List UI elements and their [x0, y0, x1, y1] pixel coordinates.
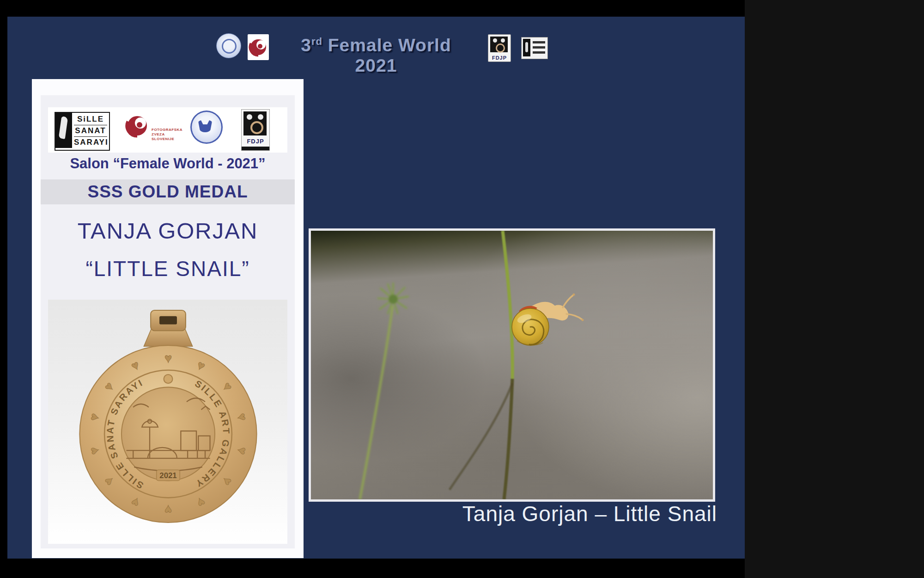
work-title: “LITTLE SNAIL”: [32, 256, 304, 281]
fotografska-zveza-logo: FOTOGRAFSKA ZVEZA SLOVENIJE: [124, 112, 177, 150]
sille-sanat-sarayi-logo: SiLLE SANAT SARAYI: [55, 112, 110, 151]
snail-figure: [512, 294, 584, 346]
photo-frame: [309, 228, 715, 502]
snail-photo: [311, 231, 713, 499]
header-fdjp-logo: FDJP: [488, 34, 511, 62]
meeting-window: 3rd Female World 2021 FDJP SiLLE SANAT S…: [0, 0, 924, 578]
fdjp-label: FDJP: [242, 138, 269, 145]
header-red-emblem-icon: [248, 34, 269, 60]
medal-year: 2021: [159, 471, 176, 480]
sille-line: SiLLE: [74, 114, 107, 125]
gold-medal: ♥♥♥♥♥♥♥♥♥♥♥♥♥♥ SILLE SANAT SARAYI SILLE …: [76, 305, 261, 536]
camera-icon: [243, 111, 267, 135]
red-swirl-icon: [248, 34, 269, 60]
sille-figure-icon: [55, 113, 72, 148]
fdjp-label: FDJP: [488, 55, 511, 61]
svg-text:♥: ♥: [164, 503, 172, 517]
participants-panel: [745, 0, 924, 578]
sille-figure-icon: [523, 39, 530, 56]
title-number: 3: [301, 35, 311, 55]
sille-line: SARAYI: [74, 137, 107, 148]
zveza-line: FOTOGRAFSKA: [152, 128, 177, 132]
sille-line: SANAT: [74, 125, 107, 137]
shared-screen: 3rd Female World 2021 FDJP SiLLE SANAT S…: [7, 17, 745, 559]
zveza-line: SLOVENIJE: [152, 137, 177, 141]
award-band: SSS GOLD MEDAL: [41, 179, 295, 204]
author-name: TANJA GORJAN: [32, 218, 304, 244]
photo-caption: Tanja Gorjan – Little Snail: [421, 501, 717, 526]
camera-icon: [490, 37, 508, 52]
page-title: 3rd Female World 2021: [279, 35, 473, 76]
svg-text:♥: ♥: [164, 351, 172, 365]
blue-federation-emblem-icon: [190, 111, 223, 144]
salon-title: Salon “Female World - 2021”: [32, 155, 304, 172]
medal-photo: ♥♥♥♥♥♥♥♥♥♥♥♥♥♥ SILLE SANAT SARAYI SILLE …: [48, 300, 287, 544]
snail-photo-art: [311, 231, 713, 499]
title-rest: Female World 2021: [322, 35, 451, 75]
fdjp-logo: FDJP: [241, 109, 270, 151]
zveza-line: ZVEZA: [152, 132, 177, 137]
title-ordinal: rd: [311, 36, 322, 47]
red-swirl-icon: [124, 112, 151, 142]
award-label: SSS GOLD MEDAL: [87, 182, 248, 202]
header-sille-logo: [521, 37, 548, 59]
header-blue-emblem-icon: [216, 33, 241, 58]
